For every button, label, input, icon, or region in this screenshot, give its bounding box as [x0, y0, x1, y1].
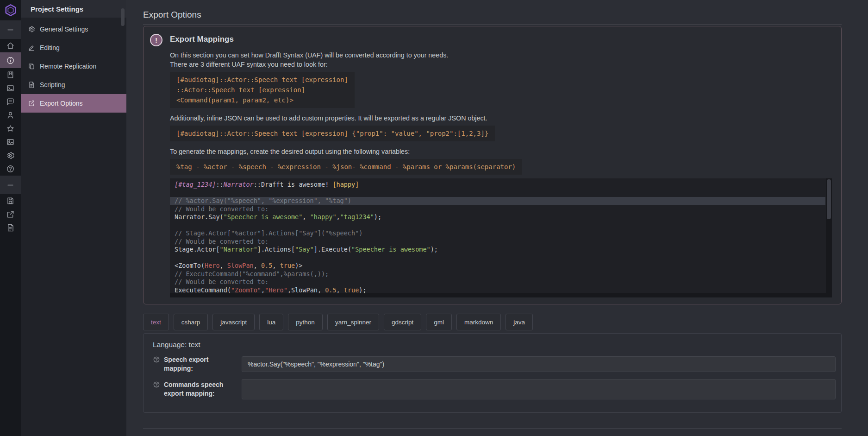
iconbar-image-button[interactable] — [0, 135, 21, 149]
intro-line-1: On this section you can set how Drafft S… — [170, 51, 448, 59]
sidebar-item-editing[interactable]: Editing — [21, 38, 126, 57]
sidebar-scrollbar-thumb[interactable] — [121, 8, 125, 26]
section-divider — [143, 428, 842, 429]
terminal-icon — [6, 84, 15, 93]
intro-line-2: There are 3 different UAF syntax you nee… — [170, 61, 328, 68]
info-icon — [6, 56, 15, 65]
code-example-line — [175, 254, 821, 262]
sidebar-item-label: Scripting — [40, 81, 65, 88]
syntax-example-code: [#tag_1234]::Narrator::Drafft is awesome… — [175, 181, 821, 297]
sidebar-item-general-settings[interactable]: General Settings — [21, 20, 126, 38]
iconbar-separator-bottom — [0, 176, 21, 194]
iconbar-help-button[interactable] — [0, 162, 21, 176]
code-scrollbar-thumb[interactable] — [827, 179, 831, 219]
uaf-syntax-line: [#audiotag]::Actor::Speech text [express… — [176, 75, 348, 85]
code-example-line: // %actor.Say("%speech", "%expression", … — [170, 197, 825, 205]
variables-note: To generate the mappings, create the des… — [170, 147, 832, 156]
floppy-save-icon — [6, 196, 15, 205]
code-horizontal-scrollbar[interactable] — [170, 293, 826, 297]
code-example-line: Stage.Actor["Narrator"].Actions["Say"].E… — [175, 246, 821, 254]
sidebar-item-label: Export Options — [40, 100, 83, 107]
code-vertical-scrollbar[interactable] — [826, 178, 832, 297]
star-icon — [6, 124, 15, 133]
sidebar-item-label: Remote Replication — [40, 63, 96, 70]
language-mapping-panel: Language: text Speech export mapping: Co… — [143, 333, 842, 413]
script-file-icon — [6, 223, 15, 232]
export-icon — [28, 100, 35, 107]
user-icon — [6, 111, 15, 120]
export-mappings-title: Export Mappings — [170, 34, 832, 45]
syntax-example-viewer[interactable]: [#tag_1234]::Narrator::Drafft is awesome… — [170, 178, 832, 297]
image-icon — [6, 138, 15, 146]
iconbar-home-button[interactable] — [0, 39, 21, 52]
export-icon — [6, 210, 15, 219]
iconbar-chat-button[interactable] — [0, 95, 21, 108]
export-mappings-intro: On this section you can set how Drafft S… — [170, 51, 832, 69]
code-example-line: // Would be converted to: — [175, 205, 821, 214]
dash-icon — [6, 181, 15, 190]
sidebar-item-label: Editing — [40, 44, 60, 51]
commands-speech-export-mapping-input[interactable] — [242, 379, 836, 399]
tab-csharp[interactable]: csharp — [174, 314, 208, 330]
uaf-syntax-line: <Command(param1, param2, etc)> — [176, 95, 348, 105]
bookmark-icon — [6, 70, 15, 79]
iconbar-terminal-button[interactable] — [0, 82, 21, 95]
file-text-icon — [28, 81, 35, 88]
code-example-line: // ExecuteCommand("%command",%params(,))… — [175, 270, 821, 278]
tab-python[interactable]: python — [288, 314, 323, 330]
sidebar-item-label: General Settings — [40, 25, 88, 33]
iconbar-separator-top — [0, 20, 21, 39]
help-circle-icon[interactable] — [153, 381, 160, 388]
uaf-syntax-line: ::Actor::Speech text [expression] — [176, 85, 348, 95]
tab-gml[interactable]: gml — [426, 314, 452, 330]
sidebar-item-scripting[interactable]: Scripting — [21, 76, 126, 94]
iconbar-info-button[interactable] — [0, 52, 21, 68]
sidebar-item-remote-replication[interactable]: Remote Replication — [21, 57, 126, 76]
dash-icon — [6, 25, 15, 34]
tab-javascript[interactable]: javascript — [212, 314, 255, 330]
copy-icon — [28, 63, 35, 70]
home-icon — [6, 41, 15, 50]
iconbar-bookmark-button[interactable] — [0, 68, 21, 82]
iconbar-star-button[interactable] — [0, 122, 21, 135]
iconbar-script-button[interactable] — [0, 221, 21, 234]
iconbar-export-button[interactable] — [0, 208, 21, 221]
tab-markdown[interactable]: markdown — [456, 314, 501, 330]
speech-export-mapping-label: Speech export mapping: — [153, 355, 242, 373]
gear-icon — [28, 25, 35, 33]
iconbar-save-button[interactable] — [0, 194, 21, 208]
iconbar-user-button[interactable] — [0, 108, 21, 122]
uaf-syntax-code-block: [#audiotag]::Actor::Speech text [express… — [170, 72, 355, 108]
variables-code-block: %tag - %actor - %speech - %expression - … — [170, 159, 522, 175]
project-settings-sidebar: Project Settings General Settings Editin… — [21, 0, 126, 436]
code-example-line — [175, 189, 821, 197]
commands-speech-export-mapping-row: Commands speech export mapping: — [153, 379, 836, 399]
tab-java[interactable]: java — [506, 314, 533, 330]
chat-bubble-icon — [6, 97, 15, 106]
page-title: Export Options — [143, 10, 842, 25]
code-example-line: // Would be converted to: — [175, 278, 821, 286]
code-example-line: // Would be converted to: — [175, 238, 821, 246]
code-example-line: [#tag_1234]::Narrator::Drafft is awesome… — [175, 181, 821, 189]
iconbar-settings-button[interactable] — [0, 149, 21, 162]
sidebar-title: Project Settings — [21, 0, 126, 18]
code-example-line — [175, 221, 821, 230]
app-iconbar — [0, 0, 21, 436]
gear-icon — [6, 151, 15, 160]
tab-text[interactable]: text — [143, 314, 169, 330]
help-circle-icon[interactable] — [153, 356, 160, 363]
speech-export-mapping-row: Speech export mapping: — [153, 355, 836, 373]
code-example-line: // Stage.Actor["%actor"].Actions["Say"](… — [175, 229, 821, 238]
speech-export-mapping-input[interactable] — [242, 356, 836, 372]
json-example-code-block: [#audiotag]::Actor::Speech text [express… — [170, 126, 495, 141]
language-tabs: text csharp javascript lua python yarn_s… — [143, 314, 842, 330]
sidebar-item-export-options[interactable]: Export Options — [21, 94, 126, 113]
export-mappings-panel: ! Export Mappings On this section you ca… — [143, 26, 842, 304]
code-example-line: <ZoomTo(Hero, SlowPan, 0.5, true)> — [175, 262, 821, 270]
tab-yarn-spinner[interactable]: yarn_spinner — [327, 314, 379, 330]
tab-gdscript[interactable]: gdscript — [384, 314, 421, 330]
tab-lua[interactable]: lua — [259, 314, 283, 330]
commands-speech-export-mapping-label: Commands speech export mapping: — [153, 380, 242, 398]
code-example-line: Narrator.Say("Speecher is awesome", "hap… — [175, 213, 821, 221]
drafft-hexagon-logo-icon — [4, 3, 18, 17]
